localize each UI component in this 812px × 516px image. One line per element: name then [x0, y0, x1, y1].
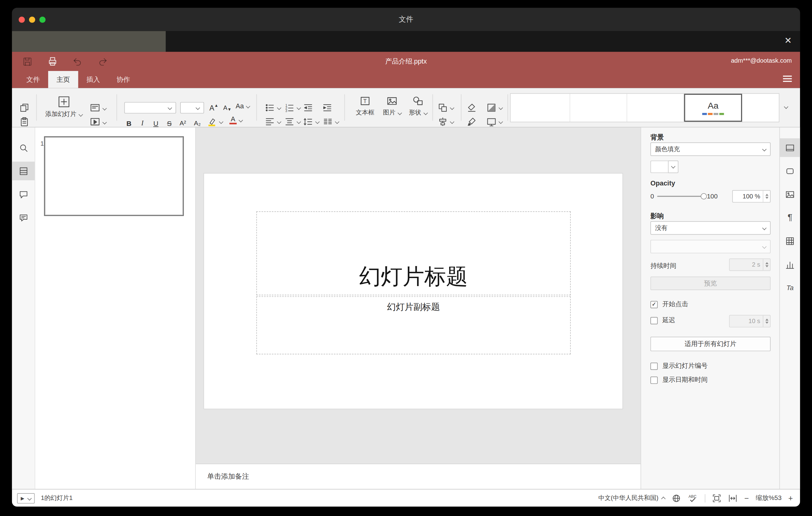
tab-collaboration[interactable]: 协作	[108, 71, 138, 88]
change-case-button[interactable]: Aa	[236, 102, 250, 110]
duration-input[interactable]: 2 s	[729, 259, 770, 271]
delay-stepper[interactable]	[763, 315, 770, 327]
highlight-icon	[207, 117, 217, 127]
effect-option-select-disabled[interactable]	[650, 240, 770, 253]
spellcheck-icon[interactable]: ABC	[688, 493, 698, 503]
language-selector[interactable]: 中文(中华人民共和国)	[598, 494, 665, 503]
title-placeholder[interactable]: 幻灯片标题	[256, 211, 571, 295]
slide-thumbnails-panel: 1	[35, 127, 196, 489]
close-icon[interactable]: ✕	[785, 35, 792, 46]
columns-button[interactable]	[323, 117, 339, 127]
theme-tile[interactable]	[570, 94, 627, 122]
theme-tile[interactable]	[627, 94, 684, 122]
opacity-stepper[interactable]	[763, 191, 770, 202]
add-slide-button[interactable]: 添加幻灯片	[39, 95, 89, 119]
comments-panel-button[interactable]	[12, 185, 35, 203]
numbering-button[interactable]: 123	[285, 103, 300, 113]
vertical-align-button[interactable]	[285, 117, 300, 127]
table-settings-button[interactable]	[780, 231, 800, 250]
search-panel-button[interactable]	[12, 138, 35, 157]
slide-number: 1	[40, 140, 44, 147]
decrease-font-button[interactable]: A▼	[221, 102, 234, 114]
bullets-icon	[265, 103, 275, 113]
chat-panel-button[interactable]	[12, 208, 35, 227]
fit-width-icon[interactable]	[728, 493, 738, 503]
line-spacing-button[interactable]	[303, 117, 319, 127]
fit-slide-icon[interactable]	[712, 493, 722, 503]
insert-shape-button[interactable]: 形状	[405, 95, 430, 117]
font-color-button[interactable]: A	[230, 115, 242, 124]
bullets-button[interactable]	[265, 103, 281, 113]
tab-home[interactable]: 主页	[48, 71, 78, 88]
show-date-time-checkbox[interactable]	[650, 376, 658, 383]
slide-thumbnail-1[interactable]	[44, 136, 184, 216]
undo-icon[interactable]	[72, 56, 83, 67]
decrease-indent-button[interactable]	[303, 103, 314, 113]
redo-icon[interactable]	[97, 56, 108, 67]
highlight-color-button[interactable]	[207, 117, 223, 127]
zoom-in-button[interactable]: +	[788, 494, 793, 503]
background-color-picker[interactable]	[650, 161, 678, 173]
horizontal-align-button[interactable]	[265, 117, 281, 127]
decrease-font-icon: A	[223, 104, 227, 111]
increase-font-button[interactable]: A▲	[208, 102, 220, 114]
shape-fill-button[interactable]	[486, 103, 502, 113]
opacity-max-label: 100	[707, 193, 718, 200]
align-left-icon	[265, 117, 275, 127]
print-icon[interactable]	[47, 56, 58, 67]
slide-canvas[interactable]: 幻灯片标题 幻灯片副标题	[204, 173, 622, 409]
paste-icon	[19, 117, 30, 127]
start-slideshow-button[interactable]	[89, 117, 106, 127]
start-on-click-checkbox[interactable]: ✓	[650, 300, 658, 308]
slide-size-button[interactable]	[486, 117, 502, 127]
search-icon	[19, 143, 28, 152]
document-language-icon[interactable]	[672, 493, 681, 503]
align-shapes-button[interactable]	[437, 117, 454, 127]
slides-panel-button[interactable]	[12, 162, 35, 180]
insert-textbox-button[interactable]: T 文本框	[352, 95, 379, 117]
notes-area[interactable]: 单击添加备注	[196, 463, 640, 489]
delay-checkbox[interactable]	[650, 317, 658, 324]
tab-insert[interactable]: 插入	[78, 71, 108, 88]
opacity-slider-knob[interactable]	[701, 193, 707, 199]
shape-settings-button[interactable]	[780, 162, 800, 180]
duration-stepper[interactable]	[763, 259, 770, 270]
apply-to-all-button[interactable]: 适用于所有幻灯片	[650, 337, 770, 351]
arrange-shapes-button[interactable]	[437, 103, 454, 113]
theme-tile[interactable]	[742, 94, 779, 122]
show-slide-number-checkbox[interactable]	[650, 362, 658, 370]
hamburger-menu-icon[interactable]	[783, 76, 792, 83]
clear-style-button[interactable]	[466, 103, 477, 113]
increase-indent-button[interactable]	[322, 103, 332, 113]
opacity-input[interactable]: 100 %	[732, 190, 770, 202]
theme-tile-selected[interactable]: Aa	[684, 94, 742, 122]
add-slide-icon	[57, 95, 70, 108]
copy-button[interactable]	[19, 103, 30, 113]
chat-icon	[19, 212, 28, 223]
preview-button[interactable]: 预览	[650, 277, 770, 290]
start-preview-button[interactable]: ▶	[17, 493, 34, 503]
chart-settings-button[interactable]	[780, 256, 800, 274]
tab-file[interactable]: 文件	[18, 71, 48, 88]
copy-style-button[interactable]	[466, 117, 477, 127]
zoom-out-button[interactable]: −	[745, 494, 749, 503]
font-name-select[interactable]	[124, 102, 176, 114]
user-email: adm***@dootask.com	[731, 57, 792, 64]
opacity-slider[interactable]	[657, 196, 704, 197]
delay-input[interactable]: 10 s	[729, 315, 770, 327]
image-settings-button[interactable]	[780, 185, 800, 203]
subtitle-placeholder[interactable]: 幻灯片副标题	[256, 296, 571, 354]
insert-image-button[interactable]: 图片	[379, 95, 404, 117]
paste-button[interactable]	[19, 117, 30, 127]
effect-select[interactable]: 没有	[650, 221, 770, 235]
slide-layout-button[interactable]	[89, 103, 106, 113]
save-icon[interactable]	[22, 56, 33, 67]
font-size-select[interactable]	[180, 102, 204, 114]
slide-settings-button[interactable]	[780, 138, 800, 157]
theme-gallery-expand-button[interactable]	[785, 105, 788, 108]
change-case-icon: Aa	[236, 102, 244, 110]
paragraph-settings-button[interactable]: ¶	[780, 208, 800, 227]
textart-settings-button[interactable]: Ta	[780, 278, 800, 296]
theme-tile[interactable]	[511, 94, 570, 122]
background-fill-select[interactable]: 颜色填充	[650, 143, 770, 156]
